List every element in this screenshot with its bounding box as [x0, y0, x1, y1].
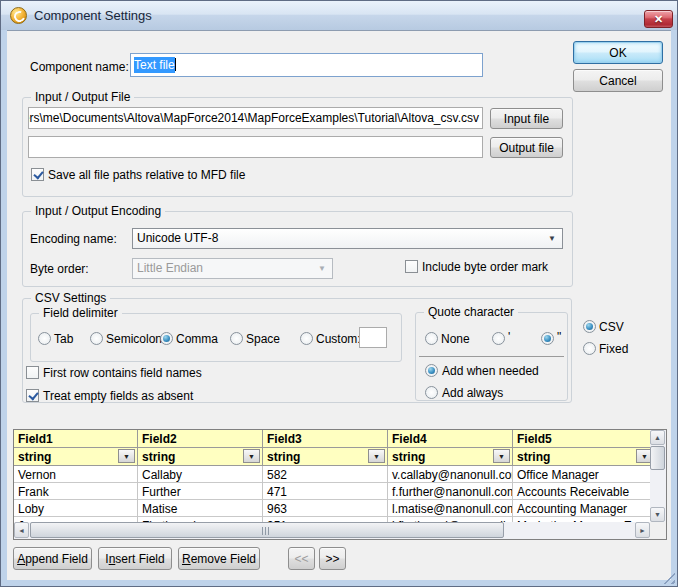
- scroll-left-button[interactable]: ◄: [14, 522, 29, 538]
- save-relative-label: Save all file paths relative to MFD file: [48, 168, 245, 183]
- format-csv-radio[interactable]: [583, 320, 596, 333]
- format-csv-label: CSV: [599, 320, 624, 335]
- custom-delimiter-input[interactable]: [359, 327, 387, 348]
- page-previous-button: <<: [288, 547, 315, 570]
- horizontal-scroll-thumb[interactable]: [30, 522, 504, 538]
- column-type-cell[interactable]: string ▼: [388, 448, 513, 466]
- column-type-cell[interactable]: string ▼: [138, 448, 263, 466]
- table-cell: 963: [263, 500, 388, 517]
- title-bar[interactable]: Component Settings ✕: [1, 1, 677, 30]
- append-field-button[interactable]: Append Field: [13, 547, 92, 570]
- delimiter-space-label: Space: [246, 332, 280, 347]
- text-caret: [175, 58, 176, 71]
- component-name-label: Component name:: [30, 60, 129, 75]
- byte-order-label: Byte order:: [30, 262, 89, 277]
- column-type-cell[interactable]: string ▼: [513, 448, 666, 466]
- delimiter-semicolon-label: Semicolon: [106, 332, 162, 347]
- scroll-right-button[interactable]: ►: [635, 522, 650, 538]
- first-row-names-label: First row contains field names: [43, 366, 202, 381]
- quote-double-radio[interactable]: [541, 332, 554, 345]
- quote-double-label: ": [557, 330, 561, 345]
- insert-field-button[interactable]: Insert Field: [98, 547, 172, 570]
- chevron-down-icon: ▼: [123, 453, 130, 460]
- column-header[interactable]: Field5: [513, 430, 666, 448]
- output-file-button[interactable]: Output file: [490, 137, 563, 158]
- table-vertical-scrollbar[interactable]: ▲ ▼: [650, 430, 666, 522]
- column-type-dropdown-button[interactable]: ▼: [493, 449, 510, 463]
- close-button[interactable]: ✕: [644, 10, 673, 28]
- chevron-down-icon: ▼: [373, 453, 380, 460]
- quote-add-when-needed-radio[interactable]: [425, 364, 438, 377]
- column-type-dropdown-button[interactable]: ▼: [243, 449, 260, 463]
- input-file-path-value: C:\Users\me\Documents\Altova\MapForce201…: [28, 108, 479, 128]
- scroll-up-button[interactable]: ▲: [650, 430, 665, 445]
- dialog-content: Component name: Text file OK Cancel Inpu…: [7, 30, 671, 580]
- quote-single-radio[interactable]: [492, 332, 505, 345]
- ok-button-label: OK: [609, 46, 626, 60]
- cancel-button[interactable]: Cancel: [573, 69, 663, 92]
- table-horizontal-scrollbar[interactable]: ◄ ►: [14, 522, 650, 539]
- quote-add-always-radio[interactable]: [425, 386, 438, 399]
- page-next-button[interactable]: >>: [319, 547, 346, 570]
- table-cell: Further: [138, 483, 263, 500]
- quote-none-radio[interactable]: [425, 332, 438, 345]
- vertical-scroll-thumb[interactable]: [650, 446, 665, 470]
- table-cell: Accounting Manager: [513, 500, 666, 517]
- scroll-down-button[interactable]: ▼: [650, 507, 665, 522]
- delimiter-semicolon-radio[interactable]: [90, 332, 103, 345]
- component-name-input[interactable]: Text file: [130, 53, 483, 77]
- table-cell: Vernon: [14, 466, 138, 483]
- table-cell: Frank: [14, 483, 138, 500]
- column-header[interactable]: Field2: [138, 430, 263, 448]
- delimiter-space-radio[interactable]: [230, 332, 243, 345]
- table-cell: 471: [263, 483, 388, 500]
- column-type-cell[interactable]: string ▼: [263, 448, 388, 466]
- ok-button[interactable]: OK: [573, 41, 663, 64]
- byte-order-mark-label: Include byte order mark: [422, 260, 548, 275]
- insert-field-label: Insert Field: [105, 552, 164, 566]
- column-header[interactable]: Field1: [14, 430, 138, 448]
- delimiter-comma-radio[interactable]: [160, 332, 173, 345]
- quote-add-when-needed-label: Add when needed: [442, 364, 539, 379]
- column-type-cell[interactable]: string ▼: [14, 448, 138, 466]
- field-preview-table: Field1 Field2 Field3 Field4 Field5 strin…: [13, 429, 667, 540]
- byte-order-mark-checkbox[interactable]: [405, 260, 418, 273]
- column-type-dropdown-button[interactable]: ▼: [118, 449, 135, 463]
- quote-none-label: None: [441, 332, 470, 347]
- table-header-row: Field1 Field2 Field3 Field4 Field5: [14, 430, 666, 448]
- input-file-button[interactable]: Input file: [490, 108, 563, 129]
- encoding-name-select[interactable]: Unicode UTF-8 ▼: [132, 228, 563, 249]
- io-file-group-title: Input / Output File: [31, 90, 134, 105]
- first-row-names-checkbox[interactable]: [26, 366, 39, 379]
- remove-field-button[interactable]: Remove Field: [178, 547, 260, 570]
- format-fixed-radio[interactable]: [583, 342, 596, 355]
- quote-add-always-label: Add always: [442, 386, 503, 401]
- column-header[interactable]: Field3: [263, 430, 388, 448]
- byte-order-select: Little Endian ▼: [132, 258, 333, 279]
- output-file-path-field[interactable]: [28, 136, 483, 158]
- chevron-down-icon: ▼: [248, 453, 255, 460]
- empty-fields-absent-checkbox[interactable]: [26, 389, 39, 402]
- append-field-label: Append Field: [17, 552, 88, 566]
- quote-group-separator: [419, 356, 564, 357]
- table-cell: Matise: [138, 500, 263, 517]
- close-icon: ✕: [654, 14, 663, 25]
- table-cell: Accounts Receivable: [513, 483, 666, 500]
- column-type-dropdown-button[interactable]: ▼: [368, 449, 385, 463]
- save-relative-checkbox[interactable]: [31, 168, 44, 181]
- table-row: Frank Further 471 f.further@nanonull.com…: [14, 483, 666, 500]
- delimiter-custom-radio[interactable]: [300, 332, 313, 345]
- delimiter-tab-radio[interactable]: [38, 332, 51, 345]
- table-type-row: string ▼ string ▼ string ▼ string ▼ stri…: [14, 448, 666, 466]
- page-next-label: >>: [325, 552, 339, 566]
- component-settings-dialog: Component Settings ✕ Component name: Tex…: [0, 0, 678, 587]
- table-cell: 582: [263, 466, 388, 483]
- encoding-name-label: Encoding name:: [30, 232, 117, 247]
- window-title: Component Settings: [34, 8, 152, 23]
- scroll-left-icon: ◄: [18, 527, 25, 534]
- table-cell: Callaby: [138, 466, 263, 483]
- csv-settings-group-title: CSV Settings: [31, 291, 110, 306]
- column-header[interactable]: Field4: [388, 430, 513, 448]
- input-file-path-field[interactable]: C:\Users\me\Documents\Altova\MapForce201…: [28, 107, 483, 129]
- table-cell: l.matise@nanonull.com: [388, 500, 513, 517]
